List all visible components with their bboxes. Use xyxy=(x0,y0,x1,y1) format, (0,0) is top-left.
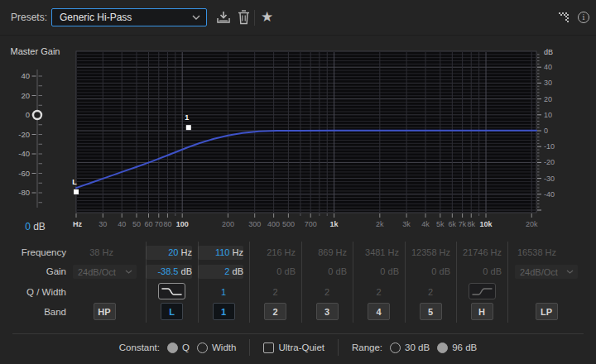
q-value-3: 2 xyxy=(301,285,353,299)
constant-q-option[interactable]: Q xyxy=(167,342,190,353)
plot-area[interactable] xyxy=(76,51,536,213)
x-axis-label: 7k xyxy=(459,220,467,228)
x-axis-label: 6k xyxy=(449,220,457,228)
frequency-value-l[interactable]: 20 Hz xyxy=(146,246,192,260)
y-axis-label: -30 xyxy=(544,175,555,183)
row-label-frequency: Frequency xyxy=(0,246,66,260)
x-axis-label: 200 xyxy=(222,220,234,228)
info-icon[interactable]: i xyxy=(578,12,589,23)
gain-slope-dropdown-lp[interactable]: 24dB/Oct xyxy=(515,265,578,279)
x-axis-label: 2k xyxy=(376,220,384,228)
row-label-gain: Gain xyxy=(0,265,66,279)
band-button-1[interactable]: 1 xyxy=(213,303,235,320)
trash-icon[interactable] xyxy=(236,9,251,26)
q-value-2: 2 xyxy=(249,285,301,299)
band-button-5[interactable]: 5 xyxy=(420,303,442,320)
band-button-h[interactable]: H xyxy=(471,303,493,320)
master-gain-knob[interactable] xyxy=(33,111,41,119)
x-axis-label: 1k xyxy=(330,220,339,228)
frequency-value-lp: 16538 Hz xyxy=(507,246,556,260)
q-value-1[interactable]: 1 xyxy=(198,285,249,299)
radio-icon-96db[interactable] xyxy=(437,342,448,353)
master-gain-slider[interactable]: 40200-20-40-60-80 xyxy=(0,43,70,240)
x-axis-label: 100 xyxy=(176,220,189,228)
chevron-down-icon xyxy=(192,15,206,20)
slider-tick-label: -20 xyxy=(18,130,30,139)
toolbar-separator xyxy=(254,10,255,26)
x-axis-label: 80 xyxy=(163,220,171,228)
band-button-3[interactable]: 3 xyxy=(316,303,339,320)
eq-handle-label: L xyxy=(72,178,77,186)
q-value-4: 2 xyxy=(353,285,405,299)
dither-icon[interactable] xyxy=(558,12,571,23)
frequency-value-4: 3481 Hz xyxy=(353,246,399,260)
gain-value-3: 0 dB xyxy=(301,265,347,279)
y-axis-label: 40 xyxy=(544,63,552,71)
checkbox-icon-ultra-quiet[interactable] xyxy=(263,342,274,353)
x-axis-label: 10k xyxy=(480,220,493,228)
slider-tick-label: -40 xyxy=(18,149,30,158)
q-curve-icon-lowpass[interactable] xyxy=(158,283,185,299)
slider-tick-label: -80 xyxy=(18,188,30,197)
frequency-value-3: 869 Hz xyxy=(301,246,347,260)
radio-icon-30db[interactable] xyxy=(390,342,401,353)
eq-handle-L[interactable] xyxy=(74,189,79,194)
radio-icon-q[interactable] xyxy=(167,342,178,353)
x-axis-label: 400 xyxy=(267,220,280,228)
eq-handle-1[interactable] xyxy=(186,125,191,130)
chevron-down-icon xyxy=(125,270,137,274)
y-axis-unit: dB xyxy=(544,48,553,56)
y-axis-label: -20 xyxy=(544,158,555,166)
gain-value-2: 0 dB xyxy=(249,265,296,279)
footer-divider xyxy=(12,333,584,334)
presets-label: Presets: xyxy=(11,12,47,23)
constant-width-option[interactable]: Width xyxy=(197,342,236,353)
footer-controls: Constant: Q Width Ultra-Quiet Range: 30 … xyxy=(0,336,596,359)
band-button-4[interactable]: 4 xyxy=(368,303,390,320)
gain-value-1[interactable]: 2 dB xyxy=(198,265,243,279)
presets-dropdown-value: Generic Hi-Pass xyxy=(52,12,192,23)
save-icon[interactable] xyxy=(215,10,232,26)
q-value-5: 2 xyxy=(405,285,456,299)
frequency-value-h: 21746 Hz xyxy=(456,246,502,260)
x-axis-label: 50 xyxy=(132,220,141,228)
favorite-star-icon[interactable]: ★ xyxy=(261,7,273,27)
frequency-value-2: 216 Hz xyxy=(249,246,296,260)
band-button-2[interactable]: 2 xyxy=(264,303,286,320)
eq-handle-label: 1 xyxy=(185,113,189,122)
gain-value-5: 0 dB xyxy=(405,265,450,279)
range-30db-option[interactable]: 30 dB xyxy=(390,342,430,353)
band-button-hp[interactable]: HP xyxy=(94,303,116,320)
frequency-value-1[interactable]: 110 Hz xyxy=(198,246,243,260)
topbar-divider xyxy=(0,35,596,36)
gain-slope-dropdown-hp[interactable]: 24dB/Oct xyxy=(73,265,137,279)
band-button-lp[interactable]: LP xyxy=(536,303,558,320)
q-curve-icon-shelf[interactable] xyxy=(469,283,496,299)
slider-tick-label: 0 xyxy=(26,110,30,119)
master-gain-value[interactable]: 0 dB xyxy=(0,221,70,232)
x-axis-label: 4k xyxy=(421,220,430,228)
band-button-l[interactable]: L xyxy=(161,303,183,320)
gain-value-4: 0 dB xyxy=(353,265,399,279)
chevron-down-icon xyxy=(566,270,578,274)
y-axis-label: -10 xyxy=(544,142,555,151)
master-gain-section: Master Gain 40200-20-40-60-80 0 dB xyxy=(0,43,70,240)
gain-value-h: 0 dB xyxy=(456,265,502,279)
radio-icon-width[interactable] xyxy=(197,342,208,353)
footer-separator xyxy=(338,339,339,356)
x-axis-label: 20k xyxy=(526,220,538,228)
range-96db-option[interactable]: 96 dB xyxy=(437,342,477,353)
y-axis-label: 0 xyxy=(544,127,548,135)
slider-tick-label: -60 xyxy=(18,169,30,178)
x-axis-label: 5k xyxy=(436,220,445,228)
frequency-value-hp: 38 Hz xyxy=(70,246,113,260)
ultra-quiet-option[interactable]: Ultra-Quiet xyxy=(263,342,324,353)
eq-graph[interactable]: Hz3040506070801002003004005007001k2k3k4k… xyxy=(70,43,596,240)
x-axis-label: 8k xyxy=(467,220,475,228)
presets-dropdown[interactable]: Generic Hi-Pass xyxy=(51,8,207,26)
x-axis-label: 70 xyxy=(155,220,163,228)
x-axis-label: 40 xyxy=(118,220,126,228)
gain-value-l[interactable]: -38.5 dB xyxy=(146,265,192,279)
row-label-q-width: Q / Width xyxy=(0,283,66,301)
y-axis-label: 10 xyxy=(544,111,552,119)
